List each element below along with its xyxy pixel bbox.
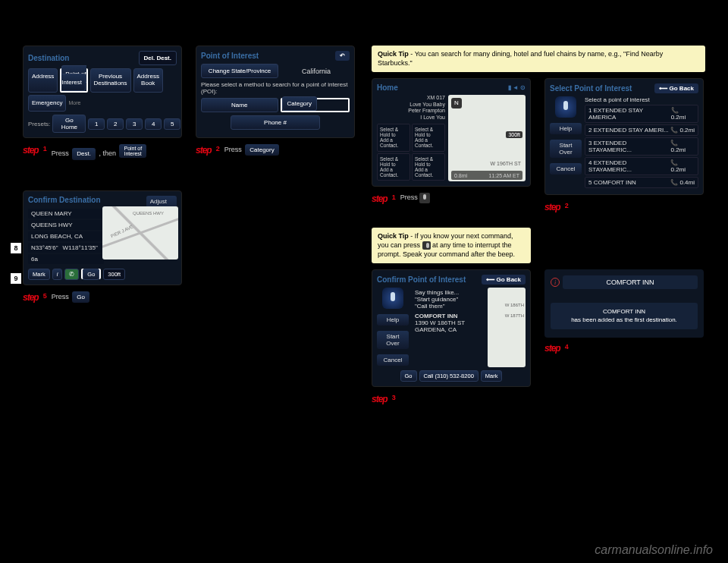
notice-title: COMFORT INN	[563, 275, 698, 289]
compass-icon[interactable]: N	[451, 98, 462, 109]
cancel-button[interactable]: Cancel	[550, 163, 582, 175]
rstep4-num: 4	[565, 342, 569, 352]
poi-row-5[interactable]: 5 COMFORT INN📞 0.4mi	[585, 177, 698, 188]
help-button-2[interactable]: Help	[377, 314, 409, 326]
go-home-button[interactable]: Go Home	[52, 115, 86, 133]
go-highlight: Go	[81, 269, 101, 279]
watermark: carmanualsonline.info	[595, 543, 713, 557]
go-inline-button[interactable]: Go	[72, 291, 89, 303]
poi-highlight: Point of Interest	[60, 68, 87, 93]
step1-label: step	[23, 144, 39, 157]
name-button[interactable]: Name	[201, 98, 278, 112]
poi-screen: Point of Interest ↶ Change State/Provinc…	[196, 46, 355, 138]
start-over-button-2[interactable]: Start Over	[377, 331, 409, 349]
category-inline-button[interactable]: Category	[245, 144, 278, 156]
home-map[interactable]: N W 196TH ST 300ft 0.8mi 11:25 AM ET	[448, 95, 526, 181]
phone-button[interactable]: Phone #	[231, 115, 320, 130]
dest-inline-button[interactable]: Dest.	[72, 148, 96, 159]
step1-text: Press Dest. , then Point of Interest	[52, 144, 149, 159]
select-poi-title: Select Point of Interest	[550, 84, 632, 93]
more-label: More	[68, 100, 80, 105]
poi-row-2[interactable]: 2 EXTENDED STAY AMERI...📞 0.2mi	[585, 124, 698, 136]
voice-icon[interactable]	[419, 193, 430, 203]
presets-label: Presets:	[28, 121, 50, 127]
confirm-destination-screen: Confirm Destination Adjust Location QUEE…	[23, 190, 182, 285]
poi-addr-2: GARDENA, CA	[415, 326, 482, 333]
cpi-mark-button[interactable]: Mark	[481, 370, 503, 382]
emergency-button[interactable]: Emergency	[28, 95, 66, 112]
start-over-button[interactable]: Start Over	[550, 140, 582, 158]
select-poi-prompt: Select a point of interest	[585, 96, 698, 103]
previous-dest-button[interactable]: Previous Destinations	[90, 68, 131, 93]
contact-slot-1[interactable]: Select & Hold to Add a Contact.	[377, 124, 410, 152]
step2-num: 2	[216, 144, 220, 154]
preset-3[interactable]: 3	[126, 118, 143, 130]
quick-tip-1: Quick Tip - You can search for many dini…	[372, 46, 705, 72]
cpi-call-button[interactable]: Call (310) 532-8200	[419, 370, 479, 382]
contact-slot-3[interactable]: Select & Hold to Add a Contact.	[377, 153, 410, 181]
go-back-button-2[interactable]: ⟵ Go Back	[482, 275, 526, 285]
destination-screen: Destination Del. Dest. Address Point of …	[23, 46, 182, 138]
destination-title: Destination	[28, 54, 69, 62]
poi-row-4[interactable]: 4 EXTENDED STAYAMERIC...📞 0.2mi	[585, 157, 698, 175]
select-poi-screen: Select Point of Interest ⟵ Go Back Help …	[544, 78, 704, 195]
step5-num: 5	[43, 291, 47, 301]
home-title: Home	[377, 83, 398, 92]
address-button[interactable]: Address	[28, 68, 58, 93]
mark-button[interactable]: Mark	[28, 269, 50, 280]
help-button[interactable]: Help	[550, 123, 582, 134]
poi-row-1[interactable]: 1 EXTENDED STAY AMERICA📞 0.2mi	[585, 105, 698, 123]
dest-line-2: QUEENS HWY	[28, 220, 104, 230]
del-dest-button[interactable]: Del. Dest.	[139, 51, 177, 65]
preset-2[interactable]: 2	[107, 118, 124, 130]
map-dist: 300ft	[506, 131, 522, 138]
preset-5[interactable]: 5	[164, 118, 180, 130]
preset-4[interactable]: 4	[145, 118, 162, 130]
dest-line-3: LONG BEACH, CA	[28, 231, 104, 241]
go-back-button[interactable]: ⟵ Go Back	[654, 83, 698, 93]
map-scale: 0.8mi	[454, 173, 467, 178]
contact-slot-2[interactable]: Select & Hold to Add a Contact.	[412, 124, 445, 152]
contact-slot-4[interactable]: Select & Hold to Add a Contact.	[412, 153, 445, 181]
mic-icon-2	[382, 288, 403, 309]
preset-1[interactable]: 1	[88, 118, 105, 130]
phone-line: 6a	[28, 254, 104, 264]
rstep1-label: step	[372, 193, 388, 206]
poi-name: COMFORT INN	[415, 313, 482, 319]
poi-row-3[interactable]: 3 EXTENDED STAYAMERIC...📞 0.2mi	[585, 137, 698, 156]
page-number-right: 9	[11, 273, 21, 284]
rstep1-text: Press	[400, 193, 431, 203]
address-book-button[interactable]: Address Book	[133, 68, 163, 93]
poi-map: W 186TH W 187TH	[488, 288, 526, 367]
go-button[interactable]: Go	[83, 269, 99, 280]
poi-button[interactable]: Point of Interest	[61, 65, 86, 91]
change-state-button[interactable]: Change State/Province	[201, 64, 278, 78]
back-button[interactable]: ↶	[335, 51, 350, 61]
confirm-title: Confirm Destination	[28, 196, 101, 204]
home-screen: Home ▮ ◄ ⊙ XM 017 Love You Baby Peter Fr…	[372, 78, 531, 187]
poi-inline-button[interactable]: Point of Interest	[119, 144, 146, 158]
step5-text: Press Go	[52, 291, 91, 303]
dist-label: 300ft	[103, 269, 125, 280]
mic-icon	[555, 96, 576, 118]
rstep2-label: step	[544, 201, 560, 214]
phone-icon-button[interactable]: ✆	[64, 269, 79, 280]
cpi-go-button[interactable]: Go	[400, 370, 417, 382]
category-highlight: Category	[281, 98, 350, 112]
say-example-2: "Call them"	[415, 303, 482, 310]
rstep3-num: 3	[392, 393, 396, 403]
confirm-poi-screen: Confirm Point of Interest ⟵ Go Back Help…	[372, 269, 531, 387]
cancel-button-2[interactable]: Cancel	[377, 354, 409, 366]
info-button[interactable]: i	[52, 269, 63, 280]
rstep2-num: 2	[565, 201, 569, 211]
dest-line-1: QUEEN MARY	[28, 209, 104, 219]
step5-label: step	[23, 291, 39, 304]
map-time: 11:25 AM ET	[489, 173, 519, 178]
confirm-poi-title: Confirm Point of Interest	[377, 275, 466, 284]
category-button[interactable]: Category	[282, 96, 317, 111]
step2-text: Press Category	[224, 144, 281, 156]
poi-addr-1: 1390 W 186TH ST	[415, 319, 482, 326]
rstep3-label: step	[372, 393, 388, 406]
voice-icon-small	[422, 241, 431, 250]
rstep4-label: step	[544, 342, 560, 355]
